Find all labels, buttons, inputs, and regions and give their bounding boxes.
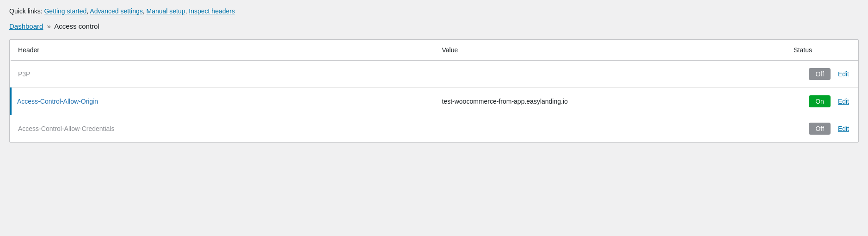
row-header-cell: Access-Control-Allow-Origin [11, 88, 435, 115]
status-badge-on: On [809, 95, 831, 107]
row-value-cell [435, 115, 732, 143]
page-wrapper: Quick links: Getting started, Advanced s… [0, 0, 868, 143]
row-status-cell: Off Edit [731, 61, 858, 88]
table-row: Access-Control-Allow-Origin test-woocomm… [11, 88, 858, 115]
breadcrumb-separator: » [47, 22, 51, 30]
quick-link-getting-started[interactable]: Getting started [44, 7, 86, 15]
column-header-status: Status [731, 40, 858, 61]
quick-links-label: Quick links: [9, 7, 43, 15]
row-header-cell: P3P [11, 61, 435, 88]
status-actions: On Edit [739, 95, 849, 107]
column-header-value: Value [435, 40, 732, 61]
status-badge-off: Off [809, 123, 830, 135]
quick-links: Quick links: Getting started, Advanced s… [9, 7, 859, 15]
edit-link[interactable]: Edit [838, 125, 849, 132]
edit-link[interactable]: Edit [838, 98, 849, 105]
row-header-cell: Access-Control-Allow-Credentials [11, 115, 435, 143]
quick-link-inspect-headers[interactable]: Inspect headers [189, 7, 235, 15]
status-actions: Off Edit [739, 123, 849, 135]
edit-link[interactable]: Edit [838, 70, 849, 78]
access-control-table: Header Value Status P3P Off Edit [9, 39, 859, 143]
status-badge-off: Off [809, 68, 830, 80]
quick-link-advanced-settings[interactable]: Advanced settings [90, 7, 142, 15]
status-actions: Off Edit [739, 68, 849, 80]
table-row: P3P Off Edit [11, 61, 858, 88]
table-header-row: Header Value Status [11, 40, 858, 61]
row-value-cell: test-woocommerce-from-app.easylanding.io [435, 88, 732, 115]
breadcrumb-parent[interactable]: Dashboard [9, 22, 43, 30]
breadcrumb-current: Access control [54, 22, 99, 30]
column-header-header: Header [11, 40, 435, 61]
quick-link-manual-setup[interactable]: Manual setup [147, 7, 185, 15]
row-value-cell [435, 61, 732, 88]
breadcrumb: Dashboard » Access control [9, 22, 859, 30]
row-status-cell: On Edit [731, 88, 858, 115]
row-status-cell: Off Edit [731, 115, 858, 143]
table-row: Access-Control-Allow-Credentials Off Edi… [11, 115, 858, 143]
